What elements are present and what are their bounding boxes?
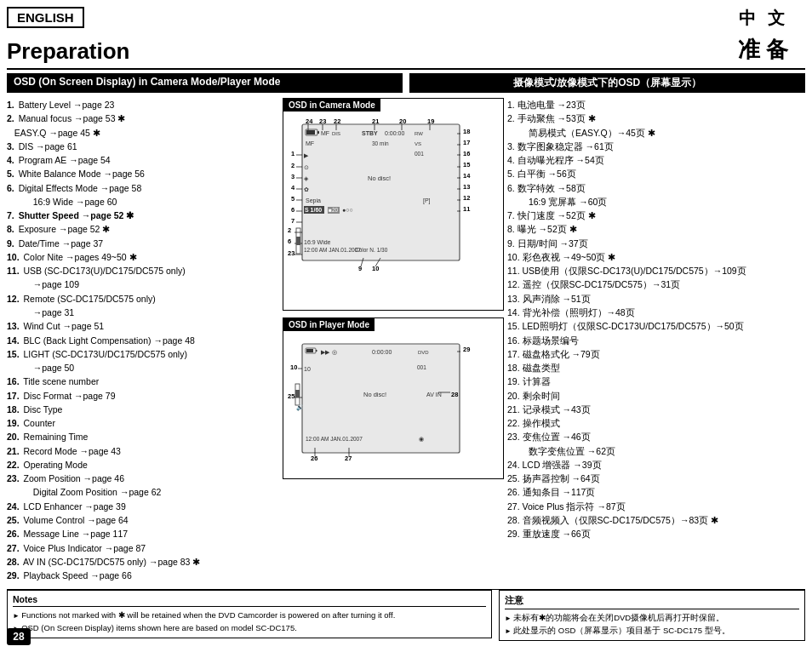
zh-notes-item-1: 未标有✱的功能将会在关闭DVD摄像机后再打开时保留。 (505, 612, 799, 624)
zh-list-item: 4. 自动曝光程序 →54页 (507, 153, 805, 167)
svg-text:23: 23 (319, 117, 326, 125)
zh-list-item: 3. 数字图象稳定器 →61页 (507, 140, 805, 153)
svg-text:29: 29 (463, 346, 470, 353)
notes-label-en: Notes (13, 594, 486, 607)
camera-osd-svg: 24 23 22 21 20 19 (287, 117, 500, 300)
list-item: 20. Remaining Time (7, 430, 279, 443)
zh-list-item: 数字变焦位置 →62页 (507, 444, 805, 458)
svg-text:2: 2 (291, 162, 294, 169)
svg-rect-84 (316, 350, 317, 352)
svg-text:MF: MF (306, 140, 314, 146)
list-item: 12. Remote (SC-DC175/DC575 only) (7, 292, 279, 306)
svg-text:DVD: DVD (418, 350, 429, 355)
list-item: 6. Digital Effects Mode →page 58 (7, 181, 279, 195)
svg-text:Color N. 1/30: Color N. 1/30 (355, 247, 388, 253)
en-item-list: 1. Battery Level →page 23 2. Manual focu… (7, 98, 279, 582)
svg-rect-85 (306, 349, 313, 352)
zh-list-item: 16. 标题场景编号 (507, 334, 805, 347)
main-content: 1. Battery Level →page 23 2. Manual focu… (7, 98, 805, 582)
osd-camera-diagram: 24 23 22 21 20 19 (283, 114, 503, 310)
zh-list-item: 23. 变焦位置 →46页 (507, 430, 805, 443)
list-item: 22. Operating Mode (7, 458, 279, 472)
notes-item-2: OSD (On Screen Display) items shown here… (13, 622, 486, 634)
svg-text:✿: ✿ (304, 186, 309, 192)
list-item: →page 50 (7, 361, 279, 375)
svg-text:23: 23 (288, 249, 294, 257)
svg-text:■20: ■20 (329, 207, 339, 213)
svg-text:3: 3 (291, 173, 294, 180)
zh-list-item: 6. 数字特效 →58页 (507, 181, 805, 195)
svg-text:10: 10 (304, 366, 311, 372)
svg-text:001: 001 (415, 151, 424, 157)
svg-text:◎: ◎ (332, 349, 337, 355)
zh-list-item: 1. 电池电量 →23页 (507, 98, 805, 112)
list-item: 14. BLC (Back Light Compensation) →page … (7, 334, 279, 347)
preparation-title-zh: 准 备 (738, 35, 805, 65)
list-item: 4. Program AE →page 54 (7, 153, 279, 167)
list-item: 10. Color Nite →pages 49~50 ✱ (7, 250, 279, 264)
svg-rect-76 (296, 237, 300, 245)
list-item: EASY.Q →page 45 ✱ (7, 126, 279, 140)
svg-text:22: 22 (334, 117, 340, 125)
svg-text:1: 1 (291, 150, 294, 157)
svg-text:12:00 AM JAN.01.2007: 12:00 AM JAN.01.2007 (304, 247, 361, 253)
list-item: 17. Disc Format →page 79 (7, 389, 279, 403)
zh-list-item: 7. 快门速度 →52页 ✱ (507, 209, 805, 222)
list-item: 7. Shutter Speed →page 52 ✱ (7, 209, 279, 222)
svg-text:14: 14 (463, 172, 471, 180)
svg-text:4: 4 (291, 184, 295, 192)
zh-list-item: 11. USB使用（仅限SC-DC173(U)/DC175/DC575）→109… (507, 264, 805, 277)
zh-list-item: 10. 彩色夜视 →49~50页 ✱ (507, 250, 805, 264)
zh-list-item: 25. 扬声器控制 →64页 (507, 472, 805, 485)
svg-rect-103 (295, 390, 300, 397)
header-row: ENGLISH 中 文 (7, 7, 805, 30)
list-item: →page 31 (7, 306, 279, 319)
list-item: 27. Voice Plus Indicator →page 87 (7, 541, 279, 555)
osd-camera-box: OSD in Camera Mode 24 23 22 21 20 19 (283, 98, 504, 311)
svg-text:20: 20 (399, 117, 406, 125)
zh-list-item: 15. LED照明灯（仅限SC-DC173U/DC175/DC575）→50页 (507, 319, 805, 333)
svg-text:001: 001 (417, 364, 426, 370)
svg-text:6: 6 (291, 206, 294, 214)
osd-player-label: OSD in Player Mode (283, 318, 375, 331)
zh-list-item: 16:9 宽屏幕 →60页 (507, 195, 805, 209)
svg-text:24: 24 (306, 117, 313, 125)
zh-list-item: 9. 日期/时间 →37页 (507, 237, 805, 250)
list-item: 29. Playback Speed →page 66 (7, 569, 279, 582)
svg-text:◉: ◉ (419, 436, 424, 442)
svg-text:▶▶: ▶▶ (321, 349, 330, 355)
list-item: 5. White Balance Mode →page 56 (7, 167, 279, 180)
section-header: OSD (On Screen Display) in Camera Mode/P… (7, 73, 805, 93)
svg-text:12:00 AM JAN.01.2007: 12:00 AM JAN.01.2007 (306, 436, 363, 442)
svg-text:27: 27 (345, 455, 352, 462)
zh-list-item: 18. 磁盘类型 (507, 361, 805, 375)
svg-text:28: 28 (451, 391, 458, 398)
zh-list-item: 17. 磁盘格式化 →79页 (507, 347, 805, 361)
list-item: 19. Counter (7, 416, 279, 430)
zh-list-item: 19. 计算器 (507, 375, 805, 388)
section-header-zh: 摄像模式/放像模式下的OSD（屏幕显示） (409, 73, 805, 93)
chinese-header: 中 文 (739, 7, 805, 30)
zh-list-item: 29. 重放速度 →66页 (507, 527, 805, 540)
svg-text:RW: RW (415, 131, 423, 136)
right-column: 1. 电池电量 →23页 2. 手动聚焦 →53页 ✱ 简易模式（EASY.Q）… (507, 98, 805, 582)
zh-list-item: 22. 操作模式 (507, 416, 805, 430)
svg-text:7: 7 (291, 217, 294, 225)
osd-player-box: OSD in Player Mode ▶▶ ◎ (283, 317, 504, 479)
zh-list-item: 26. 通知条目 →117页 (507, 485, 805, 499)
zh-list-item: 12. 遥控（仅限SC-DC175/DC575）→31页 (507, 277, 805, 291)
page-container: ENGLISH 中 文 Preparation 准 备 OSD (On Scre… (0, 0, 812, 652)
player-osd-svg: ▶▶ ◎ 0:00:00 DVD 29 10 10 (287, 337, 500, 469)
title-row: Preparation 准 备 (7, 35, 805, 70)
svg-text:No disc!: No disc! (363, 391, 386, 398)
svg-text:No disc!: No disc! (368, 174, 391, 182)
zh-list-item: 28. 音频视频入（仅限SC-DC175/DC575）→83页 ✱ (507, 513, 805, 527)
svg-text:21: 21 (372, 117, 379, 125)
svg-text:Sepia: Sepia (306, 197, 321, 204)
svg-text:11: 11 (463, 205, 470, 213)
section-header-en: OSD (On Screen Display) in Camera Mode/P… (7, 73, 403, 93)
svg-text:19: 19 (427, 117, 434, 125)
list-item: 16. Title scene number (7, 375, 279, 388)
svg-text:17: 17 (463, 139, 470, 146)
svg-text:6: 6 (288, 237, 291, 245)
